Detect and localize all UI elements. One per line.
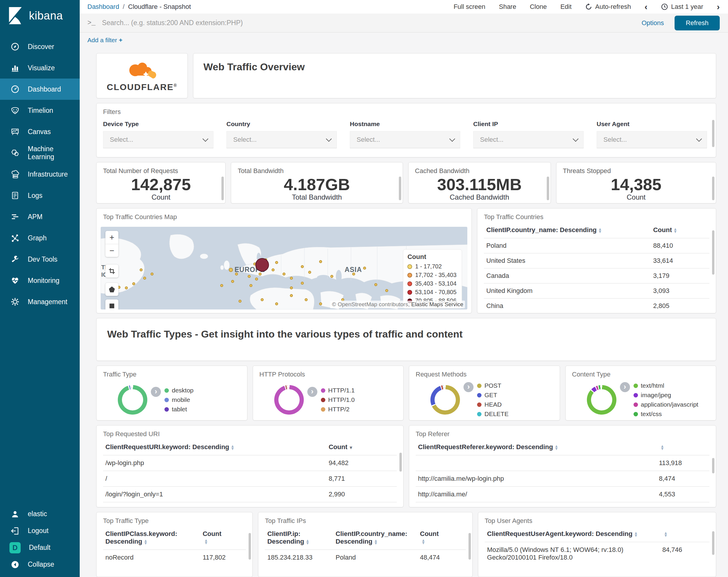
map-data-point[interactable] — [151, 273, 154, 276]
legend-item[interactable]: image/jpeg — [633, 392, 699, 399]
time-prev-button[interactable]: ‹ — [645, 2, 647, 11]
sort-icon[interactable] — [674, 228, 676, 233]
column-header[interactable] — [660, 525, 709, 542]
map-zoom-out-button[interactable]: − — [105, 244, 119, 257]
map-zoom-in-button[interactable]: + — [105, 231, 119, 244]
sidebar-item-monitoring[interactable]: Monitoring — [0, 270, 80, 291]
legend-item[interactable]: text/css — [633, 410, 699, 418]
sidebar-item-logs[interactable]: Logs — [0, 185, 80, 206]
legend-item[interactable]: tablet — [164, 406, 194, 413]
map-data-point[interactable] — [132, 282, 135, 285]
sidebar-item-infrastructure[interactable]: Infrastructure — [0, 164, 80, 185]
column-header[interactable]: Count — [418, 525, 466, 550]
legend-item[interactable]: mobile — [164, 396, 194, 403]
world-map[interactable]: EUROPE ASIA TH IC + − — [101, 227, 467, 309]
panel-scrollbar[interactable] — [712, 458, 714, 473]
legend-item[interactable]: application/javascript — [633, 401, 699, 408]
country-select[interactable]: Select... — [227, 131, 337, 148]
panel-scrollbar[interactable] — [399, 453, 402, 472]
map-data-point[interactable] — [330, 275, 333, 278]
sort-icon[interactable] — [145, 539, 147, 545]
panel-scrollbar[interactable] — [399, 177, 401, 200]
panel-scrollbar[interactable] — [547, 177, 549, 200]
column-header[interactable]: ClientRequestReferer.keyword: Descending — [416, 438, 656, 455]
column-header[interactable]: Count — [200, 525, 246, 550]
sidebar-item-discover[interactable]: Discover — [0, 36, 80, 57]
column-header[interactable] — [656, 438, 709, 455]
map-data-point[interactable] — [220, 284, 223, 287]
map-data-point[interactable] — [352, 273, 355, 276]
map-data-point[interactable] — [231, 280, 234, 283]
http-protocols-donut-chart[interactable] — [274, 385, 304, 415]
sort-icon[interactable] — [599, 228, 601, 233]
map-data-point[interactable] — [308, 271, 311, 274]
search-input[interactable] — [102, 19, 636, 27]
map-data-point[interactable] — [235, 273, 238, 276]
sidebar-item-apm[interactable]: APM — [0, 206, 80, 227]
request-methods-donut-chart[interactable] — [431, 385, 460, 415]
sidebar-item-timelion[interactable]: Timelion — [0, 100, 80, 121]
sidebar-item-visualize[interactable]: Visualize — [0, 57, 80, 79]
clone-button[interactable]: Clone — [530, 3, 547, 10]
column-header[interactable]: ClientIP.country_name: Descending — [333, 525, 418, 550]
sort-icon[interactable] — [665, 531, 667, 537]
column-header[interactable]: Count — [326, 438, 397, 455]
edit-button[interactable]: Edit — [560, 3, 572, 10]
panel-scrollbar[interactable] — [712, 177, 714, 200]
time-next-button[interactable]: › — [717, 2, 720, 11]
map-polygon-tool-button[interactable] — [105, 283, 119, 296]
map-data-point[interactable] — [275, 302, 278, 305]
map-data-point[interactable] — [319, 302, 322, 305]
map-data-point[interactable] — [255, 278, 258, 280]
refresh-button[interactable]: Refresh — [675, 16, 720, 30]
map-data-point[interactable] — [319, 260, 322, 263]
sort-icon[interactable] — [661, 445, 664, 450]
sort-descending-icon[interactable] — [350, 445, 352, 450]
sort-icon[interactable] — [635, 531, 637, 537]
hostname-select[interactable]: Select... — [350, 131, 460, 148]
content-type-donut-chart[interactable] — [587, 385, 617, 415]
client-ip-select[interactable]: Select... — [473, 131, 583, 148]
map-data-point[interactable] — [301, 282, 304, 285]
panel-scrollbar[interactable] — [249, 533, 251, 559]
legend-item[interactable]: DELETE — [477, 410, 509, 418]
map-data-point[interactable] — [238, 300, 241, 303]
map-data-point[interactable] — [261, 298, 264, 301]
sidebar-item-space-default[interactable]: D Default — [0, 539, 80, 556]
sidebar-item-logout[interactable]: Logout — [0, 522, 80, 539]
legend-item[interactable]: desktop — [164, 387, 194, 394]
map-data-point[interactable] — [125, 286, 128, 290]
sidebar-item-machine-learning[interactable]: Machine Learning — [0, 142, 80, 164]
sort-icon[interactable] — [205, 539, 207, 544]
auto-refresh-button[interactable]: Auto-refresh — [585, 3, 631, 10]
breadcrumb-dashboard[interactable]: Dashboard — [87, 3, 119, 10]
legend-item[interactable]: HTTP/1.1 — [321, 387, 355, 394]
map-data-point[interactable] — [385, 289, 388, 292]
map-data-point[interactable] — [301, 265, 304, 268]
sidebar-item-dev-tools[interactable]: Dev Tools — [0, 249, 80, 270]
legend-item[interactable]: HTTP/2 — [321, 406, 355, 413]
expand-legend-icon[interactable] — [151, 387, 161, 397]
column-header[interactable]: ClientIP.country_name: Descending — [484, 222, 651, 238]
map-data-point[interactable] — [283, 273, 285, 276]
sidebar-item-graph[interactable]: Graph — [0, 227, 80, 249]
sidebar-item-management[interactable]: Management — [0, 291, 80, 312]
map-data-point[interactable] — [290, 294, 293, 297]
map-data-point[interactable] — [290, 286, 293, 290]
sort-icon[interactable] — [307, 539, 309, 545]
sidebar-item-canvas[interactable]: Canvas — [0, 121, 80, 142]
legend-item[interactable]: HTTP/1.0 — [321, 396, 355, 403]
panel-scrollbar[interactable] — [712, 120, 714, 147]
sidebar-item-user[interactable]: elastic — [0, 505, 80, 522]
traffic-type-donut-chart[interactable] — [118, 385, 147, 415]
panel-scrollbar[interactable] — [468, 533, 471, 559]
map-crop-tool-button[interactable] — [105, 265, 119, 278]
device-type-select[interactable]: Select... — [103, 131, 213, 148]
options-link[interactable]: Options — [642, 19, 664, 27]
sort-icon[interactable] — [555, 445, 557, 450]
legend-item[interactable]: text/html — [633, 382, 699, 389]
expand-legend-icon[interactable] — [620, 382, 630, 392]
kibana-logo[interactable]: kibana — [0, 0, 80, 29]
expand-legend-icon[interactable] — [307, 387, 317, 397]
map-rectangle-tool-button[interactable] — [105, 299, 119, 309]
